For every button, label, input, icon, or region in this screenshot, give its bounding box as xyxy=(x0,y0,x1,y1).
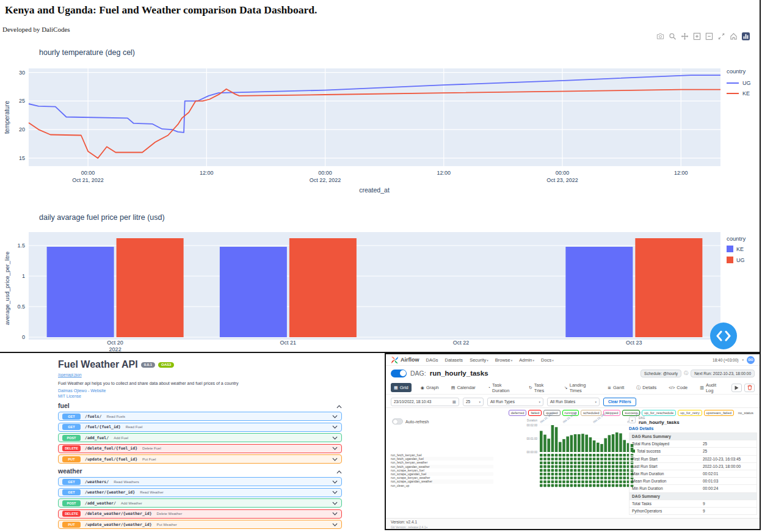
task-instance-success[interactable] xyxy=(578,480,581,483)
task-instance-success[interactable] xyxy=(589,457,592,461)
tab-details[interactable]: ⓘDetails xyxy=(633,383,659,393)
run-duration-bar[interactable] xyxy=(593,440,596,452)
task-instance-success[interactable] xyxy=(578,476,581,479)
run-duration-bar[interactable] xyxy=(600,444,603,452)
task-instance-success[interactable] xyxy=(612,484,615,487)
task-instance-success[interactable] xyxy=(578,484,581,487)
task-instance-success[interactable] xyxy=(547,454,550,457)
task-instance-success[interactable] xyxy=(540,480,543,483)
run-duration-bar[interactable] xyxy=(623,440,626,452)
run-duration-bar[interactable] xyxy=(547,439,550,452)
openapi-spec-link[interactable]: /openapi.json xyxy=(58,373,82,377)
task-instance-success[interactable] xyxy=(559,484,562,487)
state-chip-no_status[interactable]: no_status xyxy=(736,410,756,416)
pan-icon[interactable] xyxy=(681,32,689,40)
task-instance-success[interactable] xyxy=(593,465,596,468)
task-instance-success[interactable] xyxy=(551,476,554,479)
task-instance-success[interactable] xyxy=(612,469,615,472)
task-instance-success[interactable] xyxy=(593,461,596,464)
task-instance-success[interactable] xyxy=(547,469,550,472)
task-instance-success[interactable] xyxy=(612,480,615,483)
nav-item-browse[interactable]: Browse▾ xyxy=(495,357,513,363)
dag-details-link[interactable]: DAG Details xyxy=(629,426,757,431)
task-instance-success[interactable] xyxy=(547,461,550,464)
task-instance-success[interactable] xyxy=(543,476,546,479)
temperature-line-chart[interactable]: hourly temperature (deg cel)00:00Oct 21,… xyxy=(0,45,761,198)
nav-item-security[interactable]: Security▾ xyxy=(470,357,488,363)
task-instance-success[interactable] xyxy=(555,473,558,476)
task-instance-success[interactable] xyxy=(581,484,584,487)
task-instance-success[interactable] xyxy=(540,465,543,468)
task-instance-success[interactable] xyxy=(566,457,569,461)
task-instance-success[interactable] xyxy=(555,476,558,479)
task-instance-success[interactable] xyxy=(604,480,607,483)
task-instance-success[interactable] xyxy=(559,457,562,461)
task-instance-success[interactable] xyxy=(597,484,600,487)
task-instance-success[interactable] xyxy=(600,469,603,472)
task-instance-success[interactable] xyxy=(566,454,569,457)
endpoint-row[interactable]: POST/add_weather/Add Weather xyxy=(58,498,342,508)
task-instance-success[interactable] xyxy=(570,476,573,479)
base-date-input[interactable]: 23/10/2022, 18:10:43 ▦ xyxy=(391,398,459,406)
task-instance-success[interactable] xyxy=(585,476,588,479)
task-instance-success[interactable] xyxy=(597,457,600,461)
task-instance-success[interactable] xyxy=(566,469,569,472)
task-instance-success[interactable] xyxy=(604,473,607,476)
nav-item-dags[interactable]: DAGs xyxy=(426,357,438,363)
task-instance-success[interactable] xyxy=(562,473,565,476)
task-instance-success[interactable] xyxy=(615,461,619,464)
run-duration-bar[interactable] xyxy=(597,443,600,452)
task-instance-success[interactable] xyxy=(551,473,554,476)
task-instance-success[interactable] xyxy=(593,457,596,461)
user-avatar[interactable]: DO xyxy=(747,356,755,364)
task-instance-success[interactable] xyxy=(593,484,596,487)
task-instance-success[interactable] xyxy=(623,473,626,476)
task-instance-success[interactable] xyxy=(578,473,581,476)
task-instance-success[interactable] xyxy=(612,465,615,468)
task-instance-success[interactable] xyxy=(585,461,588,464)
task-instance-success[interactable] xyxy=(608,469,611,472)
endpoint-row[interactable]: POST/add_fuel/Add Fuel xyxy=(58,433,342,442)
endpoint-row[interactable]: PUT/update_fuel/{fuel_id}Put Fuel xyxy=(58,454,342,464)
task-instance-success[interactable] xyxy=(619,484,622,487)
task-instance-success[interactable] xyxy=(593,480,596,483)
task-instance-success[interactable] xyxy=(555,454,558,457)
task-instance-success[interactable] xyxy=(608,473,611,476)
state-chip-up_for_reschedule[interactable]: up_for_reschedule xyxy=(642,410,676,416)
nav-item-datasets[interactable]: Datasets xyxy=(445,357,463,363)
state-chip-deferred[interactable]: deferred xyxy=(509,410,527,416)
task-instance-success[interactable] xyxy=(551,465,554,468)
task-instance-success[interactable] xyxy=(597,454,600,457)
task-instance-success[interactable] xyxy=(581,476,584,479)
task-instance-success[interactable] xyxy=(566,461,569,464)
task-instance-success[interactable] xyxy=(570,473,573,476)
task-instance-success[interactable] xyxy=(559,454,562,457)
task-instance-success[interactable] xyxy=(612,461,615,464)
delete-dag-button[interactable] xyxy=(744,384,755,392)
task-instance-success[interactable] xyxy=(570,465,573,468)
task-instance-success[interactable] xyxy=(623,454,626,457)
runs-limit-select[interactable]: 25 ▾ xyxy=(463,398,484,406)
task-instance-success[interactable] xyxy=(543,454,546,457)
task-instance-success[interactable] xyxy=(555,480,558,483)
task-instance-success[interactable] xyxy=(597,473,600,476)
task-instance-success[interactable] xyxy=(555,484,558,487)
task-instance-success[interactable] xyxy=(543,457,546,461)
task-instance-success[interactable] xyxy=(570,454,573,457)
task-instance-success[interactable] xyxy=(570,480,573,483)
endpoint-row[interactable]: DELETE/delete_weather/{weather_id}Delete… xyxy=(58,509,342,519)
tab-task-duration[interactable]: ◔Task Duration xyxy=(485,381,520,395)
task-instance-success[interactable] xyxy=(585,484,588,487)
plotly-logo-icon[interactable] xyxy=(742,32,750,40)
task-instance-success[interactable] xyxy=(570,484,573,487)
tab-audit-log[interactable]: ▥Audit Log xyxy=(697,381,725,395)
task-instance-success[interactable] xyxy=(597,469,600,472)
task-instance-success[interactable] xyxy=(562,469,565,472)
task-instance-success[interactable] xyxy=(562,457,565,461)
task-instance-success[interactable] xyxy=(619,465,622,468)
endpoint-row[interactable]: GET/fuels/Read Fuels xyxy=(58,412,342,421)
task-instance-success[interactable] xyxy=(566,473,569,476)
state-chip-upstream_failed[interactable]: upstream_failed xyxy=(704,410,734,416)
task-instance-success[interactable] xyxy=(578,457,581,461)
task-instance-success[interactable] xyxy=(566,476,569,479)
